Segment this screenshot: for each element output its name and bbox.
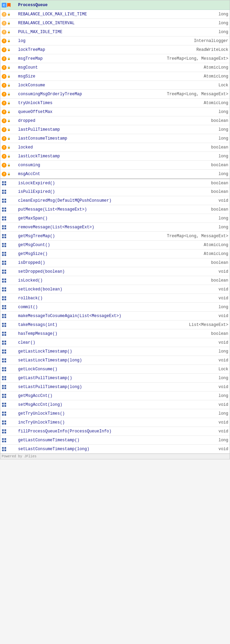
method-m-icon bbox=[2, 216, 6, 221]
method-name: clear() bbox=[17, 340, 216, 345]
method-row[interactable]: removeMessage(List<MessageExt>)long bbox=[0, 223, 230, 232]
field-name: lastLockTimestamp bbox=[17, 154, 216, 159]
svg-rect-100 bbox=[2, 403, 4, 404]
lock-icon: 🔒 bbox=[7, 75, 11, 78]
method-row[interactable]: getLastPullTimestamp()long bbox=[0, 374, 230, 383]
field-type: AtomicLong bbox=[201, 101, 228, 105]
svg-rect-109 bbox=[4, 420, 6, 422]
method-row[interactable]: isLocked()boolean bbox=[0, 276, 230, 285]
method-row[interactable]: getLockConsume()Lock bbox=[0, 365, 230, 374]
field-f-icon: f bbox=[2, 12, 6, 17]
field-f-icon: f bbox=[2, 83, 6, 88]
field-row[interactable]: f🔒droppedboolean bbox=[0, 116, 230, 125]
method-type: Lock bbox=[216, 367, 228, 372]
field-row[interactable]: f🔒REBALANCE_LOCK_INTERVALlong bbox=[0, 19, 230, 28]
field-row[interactable]: f🔒msgCountAtomicLong bbox=[0, 63, 230, 72]
field-type: long bbox=[216, 21, 228, 26]
method-name: getMsgTreeMap() bbox=[17, 234, 164, 239]
field-row[interactable]: f🔒lockConsumeLock bbox=[0, 81, 230, 90]
svg-rect-44 bbox=[2, 278, 4, 280]
method-row[interactable]: setDropped(boolean)void bbox=[0, 267, 230, 276]
lock-icon: 🔒 bbox=[7, 48, 11, 52]
field-row[interactable]: f🔒tryUnlockTimesAtomicLong bbox=[0, 99, 230, 108]
method-m-icon bbox=[2, 411, 6, 416]
method-row[interactable]: clear()void bbox=[0, 338, 230, 347]
method-row[interactable]: getMsgAccCnt()long bbox=[0, 391, 230, 400]
method-name: getMsgAccCnt() bbox=[17, 393, 216, 398]
method-row[interactable]: setLastConsumeTimestamp(long)void bbox=[0, 445, 230, 454]
method-m-icon bbox=[2, 252, 6, 256]
method-icon-cell bbox=[2, 260, 17, 265]
method-row[interactable]: getLastConsumeTimestamp()long bbox=[0, 436, 230, 445]
svg-rect-5 bbox=[4, 190, 6, 191]
svg-rect-10 bbox=[2, 201, 4, 203]
method-icon-cell bbox=[2, 420, 17, 425]
field-row[interactable]: f🔒msgAccCntlong bbox=[0, 170, 230, 178]
method-row[interactable]: rollback()void bbox=[0, 294, 230, 303]
method-name: cleanExpiredMsg(DefaultMQPushConsumer) bbox=[17, 198, 216, 203]
svg-rect-68 bbox=[2, 332, 4, 333]
method-row[interactable]: isDropped()boolean bbox=[0, 258, 230, 267]
method-row[interactable]: setLastPullTimestamp(long)void bbox=[0, 383, 230, 391]
field-row[interactable]: f🔒lockTreeMapReadWriteLock bbox=[0, 45, 230, 54]
svg-rect-23 bbox=[4, 228, 6, 229]
svg-rect-11 bbox=[4, 201, 6, 203]
method-row[interactable]: cleanExpiredMsg(DefaultMQPushConsumer)vo… bbox=[0, 196, 230, 205]
method-row[interactable]: putMessage(List<MessageExt>)boolean bbox=[0, 205, 230, 214]
field-row[interactable]: f🔒lockedboolean bbox=[0, 143, 230, 152]
svg-rect-67 bbox=[4, 325, 6, 327]
field-row[interactable]: f🔒msgTreeMapTreeMap<Long, MessageExt> bbox=[0, 54, 230, 63]
method-name: setLocked(boolean) bbox=[17, 287, 216, 292]
method-row[interactable]: isLockExpired()boolean bbox=[0, 178, 230, 187]
svg-rect-33 bbox=[4, 252, 6, 254]
field-type: AtomicLong bbox=[201, 74, 228, 79]
field-f-icon: f bbox=[2, 21, 6, 26]
method-row[interactable]: incTryUnlockTimes()void bbox=[0, 418, 230, 427]
field-icon-cell: f🔒 bbox=[2, 65, 17, 70]
method-row[interactable]: setLocked(boolean)void bbox=[0, 285, 230, 294]
field-row[interactable]: f🔒queueOffsetMaxlong bbox=[0, 108, 230, 116]
method-row[interactable]: isPullExpired()boolean bbox=[0, 187, 230, 196]
field-row[interactable]: f🔒PULL_MAX_IDLE_TIMElong bbox=[0, 28, 230, 37]
method-m-icon bbox=[2, 198, 6, 203]
field-row[interactable]: f🔒lastConsumeTimestamplong bbox=[0, 134, 230, 143]
field-name: queueOffsetMax bbox=[17, 110, 216, 114]
method-row[interactable]: setLastLockTimestamp(long)void bbox=[0, 356, 230, 365]
method-icon-cell bbox=[2, 393, 17, 398]
field-name: msgSize bbox=[17, 74, 201, 79]
method-row[interactable]: takeMessags(int)List<MessageExt> bbox=[0, 320, 230, 329]
field-row[interactable]: f🔒msgSizeAtomicLong bbox=[0, 72, 230, 81]
method-row[interactable]: getMaxSpan()long bbox=[0, 214, 230, 223]
method-row[interactable]: getMsgSize()AtomicLong bbox=[0, 249, 230, 258]
field-f-icon: f bbox=[2, 101, 6, 105]
method-row[interactable]: getLastLockTimestamp()long bbox=[0, 347, 230, 356]
method-icon-cell bbox=[2, 287, 17, 292]
svg-rect-88 bbox=[2, 376, 4, 378]
field-name: lastConsumeTimestamp bbox=[17, 136, 216, 141]
method-icon-cell bbox=[2, 402, 17, 407]
svg-rect-80 bbox=[2, 358, 4, 360]
field-row[interactable]: f🔒consumingMsgOrderlyTreeMapTreeMap<Long… bbox=[0, 90, 230, 99]
field-row[interactable]: f🔒logInternalLogger bbox=[0, 37, 230, 45]
method-row[interactable]: setMsgAccCnt(long)void bbox=[0, 400, 230, 409]
method-row[interactable]: getMsgCount()AtomicLong bbox=[0, 241, 230, 249]
method-icon-cell bbox=[2, 216, 17, 221]
field-row[interactable]: f🔒REBALANCE_LOCK_MAX_LIVE_TIMElong bbox=[0, 10, 230, 19]
svg-rect-108 bbox=[2, 420, 4, 422]
field-row[interactable]: f🔒lastLockTimestamplong bbox=[0, 152, 230, 161]
method-row[interactable]: hasTempMessage()boolean bbox=[0, 329, 230, 338]
method-row[interactable]: commit()long bbox=[0, 303, 230, 312]
field-type: boolean bbox=[209, 118, 228, 123]
field-row[interactable]: f🔒lastPullTimestamplong bbox=[0, 125, 230, 134]
method-type: boolean bbox=[209, 181, 228, 186]
svg-rect-121 bbox=[4, 447, 6, 449]
field-icon-cell: f🔒 bbox=[2, 83, 17, 88]
method-row[interactable]: getMsgTreeMap()TreeMap<Long, MessageExt> bbox=[0, 232, 230, 241]
field-row[interactable]: f🔒consumingboolean bbox=[0, 161, 230, 170]
method-row[interactable]: makeMessageToCosumeAgain(List<MessageExt… bbox=[0, 312, 230, 320]
method-row[interactable]: getTryUnlockTimes()long bbox=[0, 409, 230, 418]
lock-icon: 🔒 bbox=[7, 13, 11, 16]
method-type: long bbox=[216, 438, 228, 443]
method-row[interactable]: fillProcessQueueInfo(ProcessQueueInfo)vo… bbox=[0, 427, 230, 436]
field-name: consuming bbox=[17, 163, 209, 168]
